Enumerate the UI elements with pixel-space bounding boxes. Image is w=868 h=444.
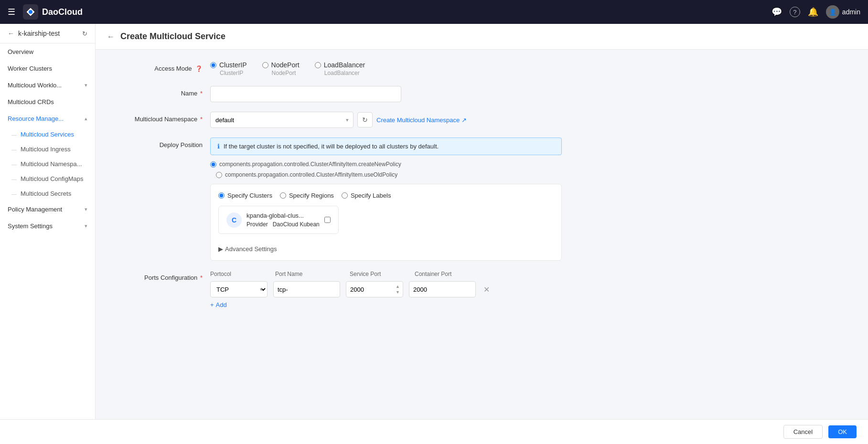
sidebar-project-name: k-kairship-test bbox=[18, 30, 60, 37]
new-policy-label: components.propagation.controlled.Cluste… bbox=[219, 161, 401, 168]
service-port-decrement[interactable]: ▼ bbox=[394, 290, 401, 295]
hamburger-icon[interactable]: ☰ bbox=[8, 7, 15, 17]
sidebar-sub-item-multicloud-ingress[interactable]: Multicloud Ingress bbox=[0, 142, 95, 157]
sidebar-group-system-settings[interactable]: System Settings ▾ bbox=[0, 218, 95, 234]
loadbalancer-radio[interactable] bbox=[315, 62, 321, 68]
advanced-settings-icon: ▶ bbox=[218, 245, 223, 253]
plus-icon: + bbox=[210, 301, 214, 308]
specify-clusters-radio[interactable] bbox=[218, 192, 225, 199]
sidebar: ← k-kairship-test ↻ Overview Worker Clus… bbox=[0, 24, 96, 444]
bell-icon[interactable]: 🔔 bbox=[808, 7, 818, 17]
specify-clusters-label: Specify Clusters bbox=[227, 192, 272, 199]
sidebar-item-worker-clusters[interactable]: Worker Clusters bbox=[0, 60, 95, 77]
sidebar-group-resource-manage[interactable]: Resource Manage... ▴ bbox=[0, 110, 95, 127]
sidebar-group-label: Policy Management bbox=[8, 206, 62, 213]
namespace-label: Multicloud Namespace * bbox=[107, 112, 203, 123]
namespace-row: Multicloud Namespace * default ↻ Create … bbox=[107, 112, 562, 128]
delete-port-button[interactable]: ✕ bbox=[482, 283, 492, 296]
namespace-required-mark: * bbox=[200, 116, 203, 123]
new-policy-radio[interactable] bbox=[210, 161, 216, 168]
cluster-card-provider-value: DaoCloud Kubean bbox=[273, 221, 320, 228]
sidebar-sub-label: Multicloud Secrets bbox=[21, 190, 71, 197]
sidebar-sub-item-multicloud-services[interactable]: Multicloud Services bbox=[0, 127, 95, 142]
service-port-increment[interactable]: ▲ bbox=[394, 284, 401, 289]
nodeport-radio[interactable] bbox=[262, 62, 268, 68]
sidebar-group-policy-management[interactable]: Policy Management ▾ bbox=[0, 201, 95, 218]
policy-option-old[interactable]: components.propagation.controlled.Cluste… bbox=[216, 171, 397, 178]
port-name-input[interactable] bbox=[273, 281, 340, 297]
sidebar-group-multicloud-worklo[interactable]: Multicloud Worklo... ▾ bbox=[0, 77, 95, 94]
policy-option-new[interactable]: components.propagation.controlled.Cluste… bbox=[210, 161, 401, 168]
external-link-icon: ↗ bbox=[461, 116, 467, 124]
action-bar: Cancel OK bbox=[0, 419, 868, 444]
deploy-info-text: If the target cluster is not specified, … bbox=[224, 143, 439, 150]
name-input[interactable] bbox=[210, 86, 401, 102]
add-port-button[interactable]: + Add bbox=[210, 301, 562, 308]
topnav-actions: 💬 ? 🔔 👤 admin bbox=[772, 5, 860, 19]
radio-option-nodeport[interactable]: NodePort NodePort bbox=[262, 61, 300, 76]
deploy-box: Specify Clusters Specify Regions Specify… bbox=[210, 184, 562, 261]
cluster-card-checkbox[interactable] bbox=[324, 217, 331, 223]
specify-clusters-option[interactable]: Specify Clusters bbox=[218, 192, 272, 199]
deploy-position-label: Deploy Position bbox=[107, 137, 203, 148]
sidebar-sub-item-multicloud-configmaps[interactable]: Multicloud ConfigMaps bbox=[0, 171, 95, 186]
policy-options: components.propagation.controlled.Cluste… bbox=[210, 161, 562, 178]
sidebar-sub-item-multicloud-secrets[interactable]: Multicloud Secrets bbox=[0, 186, 95, 201]
chevron-down-icon: ▾ bbox=[85, 223, 87, 229]
cancel-button[interactable]: Cancel bbox=[783, 425, 823, 439]
sidebar-refresh-icon[interactable]: ↻ bbox=[82, 30, 87, 37]
ports-config-label: Ports Configuration * bbox=[107, 270, 203, 281]
name-label: Name * bbox=[107, 86, 203, 97]
ports-row-0: TCP ▲ ▼ ✕ bbox=[210, 281, 562, 297]
ok-button[interactable]: OK bbox=[828, 425, 857, 438]
create-namespace-link[interactable]: Create Multicloud Namespace ↗ bbox=[376, 116, 467, 124]
ports-config-content: Portocol Port Name Service Port Containe… bbox=[210, 270, 562, 308]
chat-icon[interactable]: 💬 bbox=[772, 7, 782, 17]
sidebar-header: ← k-kairship-test ↻ bbox=[0, 24, 95, 43]
sidebar-sub-item-multicloud-namespace[interactable]: Multicloud Namespa... bbox=[0, 157, 95, 171]
protocol-col-header: Portocol bbox=[210, 270, 268, 277]
nodeport-label: NodePort bbox=[271, 61, 300, 69]
sidebar-item-multicloud-crds[interactable]: Multicloud CRDs bbox=[0, 94, 95, 110]
sidebar-back-icon[interactable]: ← bbox=[8, 30, 14, 37]
access-mode-help-icon[interactable]: ❓ bbox=[195, 65, 203, 72]
advanced-settings-label: Advanced Settings bbox=[225, 245, 277, 253]
advanced-settings-toggle[interactable]: ▶ Advanced Settings bbox=[218, 245, 554, 253]
sidebar-group-label: Resource Manage... bbox=[8, 115, 64, 122]
deploy-position-row: Deploy Position ℹ If the target cluster … bbox=[107, 137, 562, 261]
service-port-spinners: ▲ ▼ bbox=[394, 284, 401, 295]
service-port-wrapper: ▲ ▼ bbox=[346, 281, 403, 297]
sidebar-item-label: Overview bbox=[8, 48, 33, 55]
old-policy-radio[interactable] bbox=[216, 172, 222, 178]
specify-regions-option[interactable]: Specify Regions bbox=[280, 192, 334, 199]
namespace-select[interactable]: default bbox=[210, 112, 354, 128]
page-title: Create Multicloud Service bbox=[120, 32, 225, 42]
cluster-card-info: kpanda-global-clus... Provider DaoCloud … bbox=[246, 212, 320, 228]
help-icon[interactable]: ? bbox=[790, 7, 800, 17]
specify-labels-option[interactable]: Specify Labels bbox=[342, 192, 391, 199]
topnav: ☰ DaoCloud 💬 ? 🔔 👤 admin bbox=[0, 0, 868, 24]
name-row: Name * bbox=[107, 86, 562, 102]
service-port-col-header: Service Port bbox=[350, 270, 407, 277]
access-mode-row: Access Mode ❓ ClusterIP ClusterIP bbox=[107, 61, 562, 76]
user-menu[interactable]: 👤 admin bbox=[826, 5, 860, 19]
sidebar-item-overview[interactable]: Overview bbox=[0, 43, 95, 60]
name-content bbox=[210, 86, 562, 102]
specify-regions-radio[interactable] bbox=[280, 192, 286, 199]
protocol-select-wrapper: TCP bbox=[210, 281, 268, 297]
ports-header: Portocol Port Name Service Port Containe… bbox=[210, 270, 562, 277]
user-name: admin bbox=[842, 8, 860, 16]
namespace-refresh-button[interactable]: ↻ bbox=[357, 112, 373, 127]
back-button[interactable]: ← bbox=[107, 32, 115, 41]
radio-option-loadbalancer[interactable]: LoadBalancer LoadBalancer bbox=[315, 61, 365, 76]
protocol-select[interactable]: TCP bbox=[210, 281, 268, 297]
radio-option-clusterip[interactable]: ClusterIP ClusterIP bbox=[210, 61, 247, 76]
sidebar-group-label: Multicloud Worklo... bbox=[8, 82, 62, 89]
clusterip-sub: ClusterIP bbox=[210, 70, 243, 76]
loadbalancer-label: LoadBalancer bbox=[324, 61, 365, 69]
specify-labels-radio[interactable] bbox=[342, 192, 348, 199]
clusterip-radio[interactable] bbox=[210, 62, 216, 68]
nodeport-sub: NodePort bbox=[262, 70, 296, 76]
cluster-options: Specify Clusters Specify Regions Specify… bbox=[218, 192, 554, 199]
container-port-input[interactable] bbox=[409, 281, 476, 297]
